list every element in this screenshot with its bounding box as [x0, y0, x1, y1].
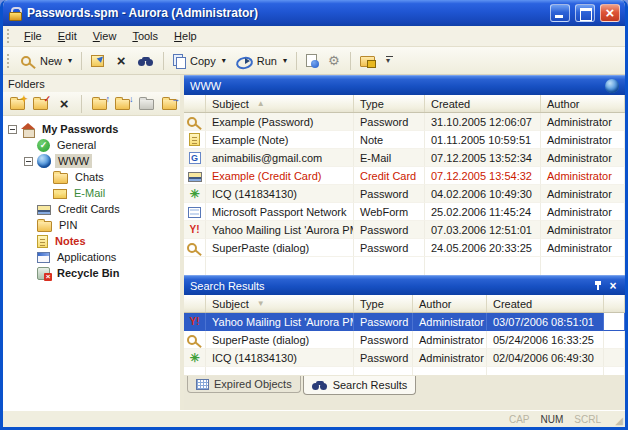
- www-panel-title: WWW: [190, 80, 601, 92]
- table-row[interactable]: SuperPaste (dialog) Password 24.05.2006 …: [184, 239, 625, 257]
- row-author: Administrator: [413, 313, 487, 331]
- row-author: Administrator: [541, 239, 625, 257]
- move-folder-up-button[interactable]: ↑: [89, 94, 109, 113]
- column-header-author[interactable]: Author: [541, 95, 625, 112]
- menu-grip[interactable]: [7, 29, 12, 43]
- toolbar-grip[interactable]: [7, 54, 12, 68]
- edit-folder-button[interactable]: ✓: [30, 94, 50, 113]
- toolbar-separator: [163, 52, 164, 70]
- tree-item-pin[interactable]: PIN: [3, 217, 180, 233]
- menu-help[interactable]: Help: [166, 27, 205, 45]
- table-row[interactable]: ICQ (141834130) Password Administrator 0…: [184, 349, 625, 367]
- copy-button[interactable]: Copy: [168, 51, 231, 70]
- tree-item-email[interactable]: E-Mail: [3, 185, 180, 201]
- tree-item-label: Credit Cards: [55, 202, 123, 216]
- close-button[interactable]: [600, 4, 620, 22]
- www-panel-header[interactable]: WWW: [184, 75, 625, 95]
- num-lock-indicator: NUM: [541, 414, 564, 425]
- column-header-created[interactable]: Created: [487, 295, 604, 312]
- row-created: 05/24/2006 16:33:25: [487, 331, 604, 349]
- column-header-type[interactable]: Type: [354, 95, 425, 112]
- column-header-subject[interactable]: Subject ▼: [206, 295, 354, 312]
- lock-folder-icon: [360, 56, 375, 67]
- tree-item-www[interactable]: WWW: [3, 153, 180, 169]
- tree-item-my-passwords[interactable]: My Passwords: [3, 121, 180, 137]
- run-button[interactable]: Run: [231, 52, 292, 70]
- move-folder-left-button[interactable]: [136, 94, 156, 113]
- view-button[interactable]: [133, 52, 159, 70]
- pin-icon[interactable]: [593, 280, 603, 292]
- minimize-button[interactable]: [550, 4, 570, 22]
- row-created: 07.12.2005 13:54:32: [425, 167, 541, 185]
- table-row[interactable]: Example (Note) Note 01.11.2005 10:59:51 …: [184, 131, 625, 149]
- chevron-down-icon: [385, 55, 395, 67]
- info-button[interactable]: [301, 51, 322, 70]
- tree-item-applications[interactable]: Applications: [3, 249, 180, 265]
- resize-grip[interactable]: [615, 416, 623, 426]
- credit-card-icon: [37, 205, 51, 215]
- tree-item-notes[interactable]: Notes: [3, 233, 180, 249]
- table-row[interactable]: SuperPaste (dialog) Password Administrat…: [184, 331, 625, 349]
- toolbar-options-button[interactable]: [380, 52, 400, 70]
- close-panel-icon[interactable]: [607, 280, 619, 292]
- menu-edit[interactable]: Edit: [50, 27, 85, 45]
- collapse-icon[interactable]: [24, 157, 33, 166]
- info-icon: [306, 54, 317, 67]
- tab-expired-objects[interactable]: Expired Objects: [187, 376, 301, 393]
- new-folder-icon: ✦: [10, 99, 25, 110]
- row-author: Administrator: [413, 331, 487, 349]
- folder-left-icon-disabled: [139, 99, 154, 110]
- row-subject: Yahoo Mailing List 'Aurora PM': [206, 313, 354, 331]
- move-folder-down-button[interactable]: ↓: [113, 94, 133, 113]
- gear-icon: [327, 54, 341, 68]
- title-bar[interactable]: Passwords.spm - Aurora (Administrator): [3, 0, 625, 26]
- delete-folder-button[interactable]: [54, 94, 74, 113]
- menu-tools[interactable]: Tools: [124, 27, 166, 45]
- new-button[interactable]: New: [16, 51, 77, 71]
- table-row[interactable]: Microsoft Passport Network WebForm 25.02…: [184, 203, 625, 221]
- move-folder-right-button[interactable]: →: [160, 94, 180, 113]
- column-header-icon[interactable]: [184, 295, 206, 312]
- search-results-panel-header[interactable]: Search Results: [184, 275, 625, 295]
- lock-button[interactable]: [355, 51, 380, 70]
- tree-item-chats[interactable]: Chats: [3, 169, 180, 185]
- main-toolbar: New Copy Run: [3, 47, 625, 75]
- new-folder-button[interactable]: ✦: [7, 94, 27, 113]
- folders-panel: Folders ✦ ✓ ↑ ↓ →: [3, 75, 180, 410]
- row-type: WebForm: [354, 203, 425, 221]
- expired-objects-icon: [196, 379, 209, 390]
- collapse-icon[interactable]: [8, 125, 17, 134]
- tree-item-credit-cards[interactable]: Credit Cards: [3, 201, 180, 217]
- tree-item-label: Notes: [52, 234, 89, 248]
- table-row[interactable]: Yahoo Mailing List 'Aurora PM' Password …: [184, 221, 625, 239]
- row-created: 02/04/2006 06:49:30: [487, 349, 604, 367]
- note-icon: [189, 133, 200, 146]
- menu-view[interactable]: View: [85, 27, 125, 45]
- table-row[interactable]: animabilis@gmail.com E-Mail 07.12.2005 1…: [184, 149, 625, 167]
- row-created: 07.03.2006 12:51:01: [425, 221, 541, 239]
- column-header-created[interactable]: Created: [425, 95, 541, 112]
- table-row-expired[interactable]: Example (Credit Card) Credit Card 07.12.…: [184, 167, 625, 185]
- column-header-subject[interactable]: Subject ▲: [206, 95, 354, 112]
- table-row[interactable]: Example (Password) Password 31.10.2005 1…: [184, 113, 625, 131]
- column-header-type[interactable]: Type: [354, 295, 413, 312]
- tree-item-label: Recycle Bin: [54, 266, 122, 280]
- search-column-headers: Subject ▼ Type Author Created: [184, 295, 625, 313]
- column-header-icon[interactable]: [184, 95, 206, 112]
- settings-button[interactable]: [322, 51, 346, 71]
- run-button-label: Run: [257, 55, 277, 67]
- column-header-filler: [604, 295, 625, 312]
- table-row[interactable]: ICQ (141834130) Password 04.02.2006 10:4…: [184, 185, 625, 203]
- icq-flower-icon: [188, 351, 202, 365]
- tree-item-general[interactable]: General: [3, 137, 180, 153]
- yahoo-icon: [187, 224, 202, 236]
- search-results-panel-title: Search Results: [190, 280, 589, 292]
- delete-button[interactable]: [109, 51, 133, 71]
- edit-button[interactable]: [86, 52, 109, 70]
- tab-search-results[interactable]: Search Results: [303, 376, 417, 395]
- tree-item-recycle-bin[interactable]: Recycle Bin: [3, 265, 180, 281]
- column-header-author[interactable]: Author: [413, 295, 487, 312]
- menu-file[interactable]: File: [16, 27, 50, 45]
- maximize-button[interactable]: [575, 4, 595, 22]
- table-row-selected[interactable]: Yahoo Mailing List 'Aurora PM' Password …: [184, 313, 625, 331]
